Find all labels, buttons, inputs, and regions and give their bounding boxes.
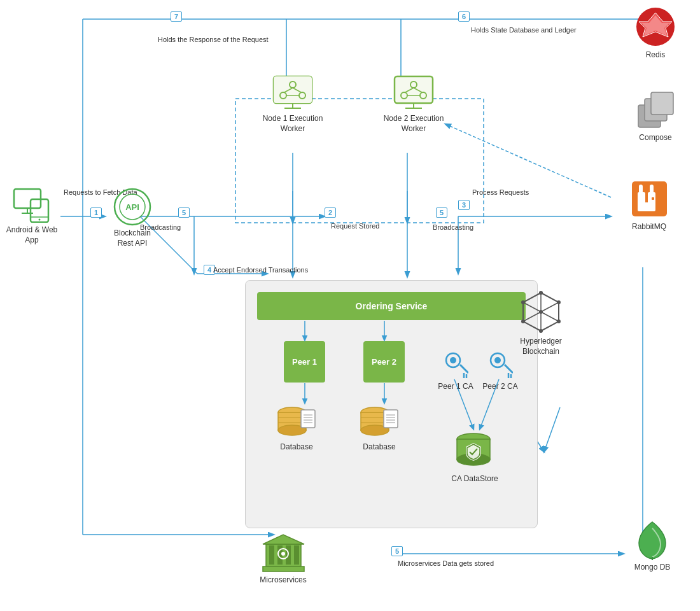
svg-line-83: [505, 365, 513, 373]
api-icon: API: [113, 188, 151, 226]
step-badge-7: 7: [171, 11, 182, 22]
diagram: 1 2 3 4 5 5 5 6 7 Requests to Fetch Data…: [0, 0, 700, 611]
peer2ca-node: Peer 2 CA: [478, 351, 522, 392]
svg-point-99: [539, 291, 543, 295]
redis-node: Redis: [630, 6, 681, 60]
ca-datastore-node: CA DataStore: [443, 430, 507, 484]
svg-line-78: [460, 365, 468, 373]
peer1-label: Peer 1: [292, 357, 317, 367]
svg-rect-71: [384, 410, 398, 428]
label-microservices-stored: Microservices Data gets stored: [398, 559, 494, 568]
peer1ca-label: Peer 1 CA: [438, 382, 473, 392]
svg-rect-116: [639, 185, 643, 193]
database1-label: Database: [280, 442, 312, 453]
database2-label: Database: [363, 442, 395, 453]
compose-label: Compose: [639, 133, 671, 143]
compose-icon: [635, 89, 676, 130]
redis-icon: [635, 6, 676, 48]
svg-point-105: [539, 310, 543, 314]
label-holds-state: Holds State Database and Ledger: [471, 25, 577, 34]
peer2-label: Peer 2: [372, 357, 396, 367]
compose-node: Compose: [630, 89, 681, 143]
ordering-service-bar: Ordering Service: [257, 292, 526, 320]
node1-worker: Node 1 Execution Worker: [261, 73, 325, 134]
label-accept-endorsed: Accept Endorsed Transactions: [213, 265, 308, 274]
node2-worker: Node 2 Execution Worker: [382, 73, 445, 134]
svg-rect-111: [651, 92, 673, 115]
svg-point-128: [281, 552, 285, 556]
svg-point-32: [39, 219, 41, 221]
hyperledger-icon: [517, 290, 565, 334]
step-badge-5c: 5: [391, 546, 403, 556]
svg-point-100: [557, 300, 561, 304]
step-badge-5a: 5: [178, 207, 190, 218]
step-badge-1: 1: [90, 207, 102, 218]
android-web-label: Android & Web App: [3, 225, 60, 245]
database1-node: Database: [268, 405, 325, 453]
mongodb-icon: [635, 519, 670, 560]
mongodb-label: Mongo DB: [634, 563, 671, 573]
peer1ca-node: Peer 1 CA: [433, 351, 478, 392]
microservices-icon: [260, 531, 307, 573]
svg-point-104: [521, 300, 525, 304]
svg-point-77: [450, 357, 456, 363]
svg-rect-46: [395, 76, 433, 103]
peer1-box: Peer 1: [284, 341, 325, 383]
rabbitmq-node: RabbitMQ: [620, 178, 678, 232]
svg-rect-61: [301, 410, 315, 428]
svg-point-101: [557, 320, 561, 323]
android-web-node: Android & Web App: [3, 188, 60, 245]
peer2-box: Peer 2: [363, 341, 405, 383]
node1-label: Node 1 Execution Worker: [261, 114, 325, 134]
blockchain-api-label: Blockchain Rest API: [107, 228, 158, 248]
node1-icon: [270, 73, 315, 111]
svg-text:API: API: [125, 202, 139, 212]
microservices-node: Microservices: [251, 531, 315, 586]
svg-line-22: [544, 407, 560, 452]
svg-rect-37: [274, 76, 312, 103]
svg-rect-118: [652, 197, 654, 200]
step-badge-6: 6: [458, 11, 470, 22]
ordering-box: Ordering Service Peer 1 Peer 2: [245, 280, 538, 528]
svg-rect-126: [263, 566, 304, 572]
android-icon: [13, 188, 51, 223]
label-process-requests: Process Requests: [472, 188, 529, 197]
svg-rect-124: [294, 545, 299, 565]
rabbitmq-label: RabbitMQ: [632, 222, 666, 232]
peer2ca-label: Peer 2 CA: [482, 382, 517, 392]
rabbitmq-icon: [629, 178, 670, 220]
svg-rect-121: [269, 545, 274, 565]
svg-rect-115: [638, 202, 655, 211]
database2-node: Database: [351, 405, 408, 453]
microservices-label: Microservices: [260, 575, 306, 586]
blockchain-api-node: API Blockchain Rest API: [107, 188, 158, 248]
node2-label: Node 2 Execution Worker: [382, 114, 445, 134]
mongodb-node: Mongo DB: [627, 519, 678, 573]
svg-point-102: [539, 329, 543, 333]
svg-point-82: [494, 357, 501, 363]
redis-label: Redis: [646, 50, 666, 60]
hyperledger-label: Hyperledger Blockchain: [503, 337, 579, 356]
label-request-stored: Request Stored: [331, 221, 379, 230]
svg-marker-125: [263, 535, 304, 544]
step-badge-3: 3: [458, 200, 470, 210]
svg-rect-117: [650, 185, 654, 193]
label-holds-response: Holds the Response of the Request: [158, 35, 269, 44]
svg-line-26: [445, 124, 611, 197]
node2-icon: [391, 73, 436, 111]
label-broadcasting2: Broadcasting: [433, 223, 473, 232]
step-badge-5b: 5: [436, 207, 447, 218]
step-badge-2: 2: [325, 207, 336, 218]
svg-point-103: [521, 320, 525, 323]
ca-datastore-label: CA DataStore: [451, 474, 498, 484]
hyperledger-node: Hyperledger Blockchain: [503, 290, 579, 356]
